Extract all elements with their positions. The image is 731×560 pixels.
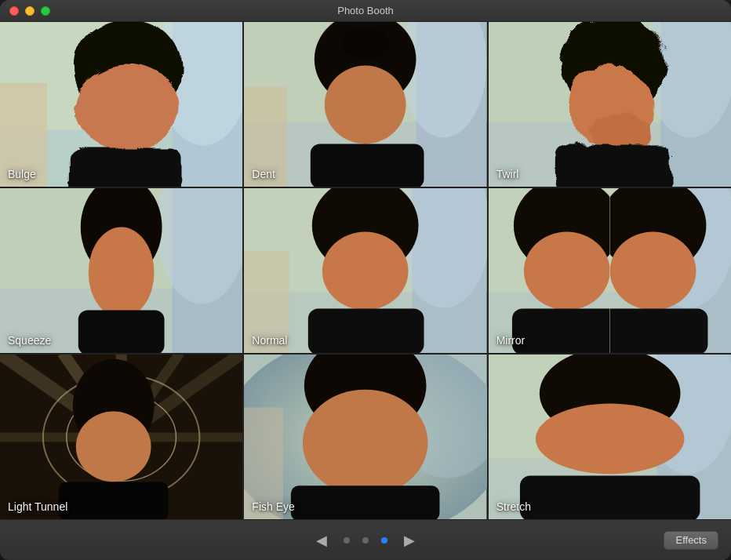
svg-point-51 <box>609 232 696 311</box>
page-dot-3[interactable] <box>381 537 387 544</box>
next-page-button[interactable]: ▶ <box>400 531 419 550</box>
svg-rect-7 <box>63 141 180 187</box>
effect-cell-light-tunnel[interactable]: Light Tunnel <box>0 355 242 519</box>
effect-cell-fish-eye[interactable]: Fish Eye <box>244 355 486 519</box>
effect-cell-twirl[interactable]: Twirl <box>489 22 731 187</box>
effect-label-mirror: Mirror <box>496 334 526 347</box>
svg-rect-16 <box>311 144 424 187</box>
effect-cell-stretch[interactable]: Stretch <box>489 355 731 519</box>
traffic-lights <box>9 6 50 16</box>
navigation-controls: ◀ ▶ <box>312 531 419 550</box>
svg-point-31 <box>89 227 155 318</box>
main-window: Photo Booth <box>0 0 731 560</box>
effect-label-fish-eye: Fish Eye <box>252 500 294 513</box>
effects-grid: Bulge <box>0 22 731 519</box>
maximize-button[interactable] <box>41 6 50 16</box>
main-content: Bulge <box>0 22 731 560</box>
svg-point-71 <box>303 390 428 496</box>
effect-cell-squeeze[interactable]: Squeeze <box>0 188 242 353</box>
close-button[interactable] <box>9 6 19 16</box>
svg-rect-65 <box>59 482 169 519</box>
page-dot-2[interactable] <box>362 537 369 544</box>
toolbar: ◀ ▶ Effects <box>0 519 731 560</box>
svg-point-14 <box>342 28 389 60</box>
effect-label-squeeze: Squeeze <box>8 334 51 347</box>
effect-cell-dent[interactable]: Dent <box>244 22 486 187</box>
svg-rect-25 <box>551 141 668 187</box>
prev-page-button[interactable]: ◀ <box>312 531 331 550</box>
svg-point-64 <box>76 412 151 482</box>
effect-label-dent: Dent <box>252 168 275 180</box>
svg-point-6 <box>68 60 175 146</box>
svg-point-78 <box>536 404 685 475</box>
minimize-button[interactable] <box>25 6 35 16</box>
svg-point-22 <box>606 28 653 67</box>
svg-point-48 <box>524 232 610 311</box>
svg-rect-40 <box>308 308 424 353</box>
effect-cell-bulge[interactable]: Bulge <box>0 22 242 187</box>
effects-button[interactable]: Effects <box>664 531 718 550</box>
effect-label-light-tunnel: Light Tunnel <box>8 500 67 513</box>
window-title: Photo Booth <box>337 5 394 16</box>
effect-cell-mirror[interactable]: Mirror <box>489 188 731 353</box>
svg-point-39 <box>322 232 409 311</box>
titlebar: Photo Booth <box>0 0 731 22</box>
effect-label-stretch: Stretch <box>496 500 531 513</box>
svg-rect-79 <box>520 475 700 519</box>
effect-label-twirl: Twirl <box>496 168 519 180</box>
effect-label-normal: Normal <box>252 334 287 347</box>
effect-cell-normal[interactable]: Normal <box>244 188 486 353</box>
svg-rect-32 <box>78 310 165 353</box>
effect-label-bulge: Bulge <box>8 168 36 180</box>
page-dot-1[interactable] <box>344 537 350 544</box>
svg-rect-72 <box>291 485 440 519</box>
svg-point-15 <box>325 66 406 144</box>
